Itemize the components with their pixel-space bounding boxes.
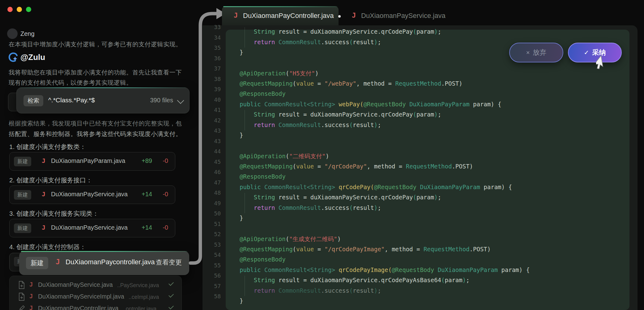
zulu-logo-icon <box>7 52 19 65</box>
line-number: 43 <box>207 138 221 144</box>
line-number: 46 <box>207 169 221 175</box>
search-result-count: 390 files <box>150 97 173 104</box>
line-number: 58 <box>207 293 221 299</box>
line-number: 57 <box>207 283 221 289</box>
file-name: DuXiaomanPayServiceImpl.java <box>38 293 124 300</box>
code-line: public CommonResult<String> qrCodePay(@R… <box>240 184 512 190</box>
new-file-popup[interactable]: 新建 J DuXiaomanPaycontroller.java 查看变更 <box>19 251 189 275</box>
list-item[interactable]: JDuXiaomanPayService.java..PayService.ja… <box>10 280 181 291</box>
line-number: 47 <box>207 179 221 186</box>
line-number: 42 <box>207 117 221 124</box>
code-line: String result = duXiaomanPayService.qrCo… <box>240 111 441 118</box>
tab-DuXiaomanPayService.java[interactable]: JDuXiaomanPayService.java <box>340 6 445 25</box>
line-number: 53 <box>207 241 221 248</box>
discard-button[interactable]: × 放弃 <box>509 43 563 62</box>
view-changes-link[interactable]: 查看变更 <box>156 258 182 267</box>
file-path-suffix: ..ontroller.java <box>123 306 156 310</box>
file-path-suffix: ..ceImpl.java <box>129 294 159 300</box>
file-name: DuXiaomanPayController.java <box>38 305 118 310</box>
code-line: @RequestMapping(value = "/webPay", metho… <box>240 80 463 87</box>
file-name: DuXiaomanPayParam.java <box>51 157 125 164</box>
step-title: 4. 创建度小满支付控制器： <box>9 243 86 251</box>
line-number: 44 <box>207 148 221 155</box>
java-file-icon: J <box>42 157 45 164</box>
code-line: @ApiOperation("生成支付二维码") <box>240 235 341 243</box>
added-lines-count: +14 <box>142 191 152 198</box>
file-card[interactable]: 新建JDuXiaomanPayService.java+14-0 <box>9 219 175 237</box>
list-item[interactable]: JDuXiaomanPayServiceImpl.java..ceImpl.ja… <box>10 291 181 303</box>
code-line: } <box>240 214 243 221</box>
code-line: String result = duXiaomanPayService.qrCo… <box>240 277 470 283</box>
code-line: @ResponseBody <box>240 173 286 180</box>
code-line: @RequestMapping(value = "/qrCodePay", me… <box>240 163 473 170</box>
traffic-light-zoom[interactable] <box>26 7 31 12</box>
file-add-icon <box>18 281 25 290</box>
step-title: 2. 创建度小满支付服务接口： <box>9 176 92 185</box>
code-line: String result = duXiaomanPayService.qrCo… <box>240 28 441 35</box>
line-number: 39 <box>207 86 221 92</box>
file-name: DuXiaomanPayService.java <box>51 224 128 231</box>
user-message: 在本项目中增加度小满支付逻辑，可参考已有的支付逻辑实现。 <box>9 40 182 49</box>
assistant-name: @Zulu <box>20 53 45 62</box>
java-file-icon: J <box>352 11 356 19</box>
accept-button[interactable]: ✓ 采纳 <box>568 43 622 62</box>
line-number: 45 <box>207 159 221 165</box>
file-card[interactable]: 新建JDuXiaomanPayParam.java+89-0 <box>9 152 175 171</box>
file-path-suffix: ..PayService.java <box>117 282 159 289</box>
line-number: 37 <box>207 65 221 72</box>
chevron-down-icon[interactable] <box>177 97 184 104</box>
assistant-intro-line: 我将帮助您在项目中添加度小满支付的功能。首先让我查看一下 <box>9 68 182 77</box>
indent-guide <box>245 276 245 296</box>
line-number: 34 <box>207 34 221 41</box>
java-file-icon: J <box>29 293 33 299</box>
list-item[interactable]: JDuXiaomanPayController.java..ontroller.… <box>10 303 181 310</box>
code-line: @ResponseBody <box>240 90 286 97</box>
search-badge: 检索 <box>23 95 43 106</box>
code-line: return CommonResult.success(result); <box>240 121 381 128</box>
line-number: 43 <box>207 127 221 134</box>
popup-file-name: DuXiaomanPaycontroller.java <box>66 258 155 266</box>
check-icon <box>168 292 174 298</box>
added-lines-count: +14 <box>142 224 152 231</box>
assistant-result-line: 括配置、服务和控制器。我将参考这些代码来实现度小满支付。 <box>9 130 182 138</box>
line-number: 33 <box>207 24 221 30</box>
indent-guide <box>245 193 245 213</box>
search-result-card[interactable]: 检索 ^.*Class.*Pay.*$ 390 files <box>16 87 190 113</box>
code-line: public CommonResult<String> qrCodePayIma… <box>240 266 530 273</box>
file-card[interactable]: 新建JDuXiaomanPayService.java+14-0 <box>9 185 175 204</box>
code-line: } <box>240 49 243 56</box>
avatar <box>7 28 18 39</box>
line-number: 56 <box>207 272 221 279</box>
java-file-icon: J <box>29 304 33 310</box>
code-line: @ApiOperation("二维码支付") <box>240 152 329 160</box>
java-file-icon: J <box>234 11 238 19</box>
removed-lines-count: -0 <box>163 224 168 231</box>
code-line: String result = duXiaomanPayService.qrCo… <box>240 194 441 201</box>
code-line: public CommonResult<String> webPay(@Requ… <box>240 101 501 108</box>
tab-DuXiaomanPayController.java[interactable]: JDuXiaomanPayController.java <box>222 6 339 25</box>
new-badge: 新建 <box>26 257 48 269</box>
user-name: Zeng <box>20 30 35 37</box>
discard-label: 放弃 <box>533 48 546 57</box>
code-line: } <box>240 132 243 138</box>
line-number: 51 <box>207 221 221 227</box>
new-badge: 新建 <box>14 190 31 200</box>
line-number: 49 <box>207 200 221 206</box>
line-number: 38 <box>207 76 221 82</box>
file-change-list: JDuXiaomanPayService.java..PayService.ja… <box>9 276 182 310</box>
file-add-icon <box>18 293 25 302</box>
traffic-light-minimize[interactable] <box>17 7 22 12</box>
edit-pencil-icon <box>18 304 26 310</box>
added-lines-count: +89 <box>142 157 152 164</box>
tab-label: DuXiaomanPayService.java <box>361 12 446 20</box>
search-query: ^.*Class.*Pay.*$ <box>48 96 95 104</box>
new-badge: 新建 <box>14 157 31 166</box>
line-number: 55 <box>207 262 221 269</box>
close-icon: × <box>526 49 530 56</box>
step-title: 1. 创建度小满支付参数类： <box>9 142 86 151</box>
assistant-intro-line: 现有的支付相关代码，以便参考其实现逻辑。 <box>9 79 132 87</box>
accept-label: 采纳 <box>592 48 606 57</box>
traffic-light-close[interactable] <box>7 7 13 12</box>
removed-lines-count: -0 <box>163 157 168 164</box>
line-number: 54 <box>207 252 221 258</box>
